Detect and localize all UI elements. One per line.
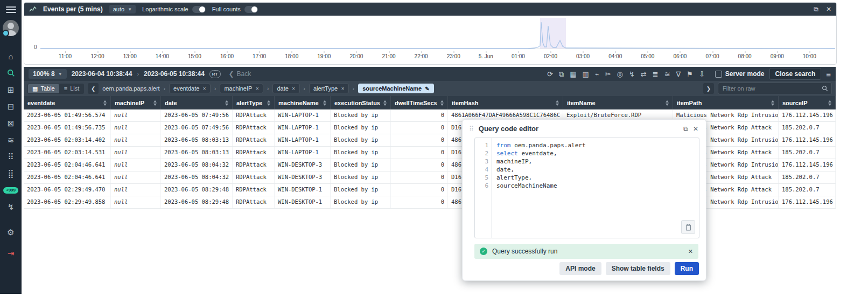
chart-plot-area[interactable]: 0 11:0012:0013:0014:0015:0016:0017:0018:… xyxy=(24,16,836,63)
stream-icon[interactable]: ≋ xyxy=(664,71,670,78)
full-counts-toggle[interactable] xyxy=(244,6,258,13)
table-row[interactable]: 2023-06-05 01:49:56.574null2023-06-05 07… xyxy=(24,109,836,122)
grid-icon[interactable]: ⠿ xyxy=(0,148,22,165)
sort-icon[interactable] xyxy=(383,100,387,106)
flag-icon[interactable]: ⚑ xyxy=(687,71,693,78)
sliders-icon[interactable]: ≋ xyxy=(0,132,22,148)
raw-filter-input[interactable] xyxy=(722,85,819,92)
target-icon[interactable]: ◎ xyxy=(617,71,623,78)
flash-icon[interactable]: ↯ xyxy=(0,198,22,215)
history-icon[interactable]: ⟳ xyxy=(547,71,553,78)
view-mode-list[interactable]: ≡ List xyxy=(60,84,84,93)
rows-icon[interactable]: ≣ xyxy=(653,71,659,78)
column-header-itemPath[interactable]: itemPath xyxy=(673,96,779,109)
filter-chip[interactable]: machineIP✕ xyxy=(220,84,263,93)
table-icon[interactable]: ▦ xyxy=(570,71,576,78)
copy-to-clipboard-button[interactable] xyxy=(681,220,695,234)
close-search-button[interactable]: Close search xyxy=(769,68,822,80)
sort-icon[interactable] xyxy=(828,100,831,106)
time-range-from[interactable]: 2023-06-04 10:38:44 xyxy=(72,70,132,78)
sort-icon[interactable] xyxy=(440,100,444,106)
package-icon-1[interactable]: ⊞ xyxy=(0,81,22,98)
table-row[interactable]: 2023-06-05 02:04:46.641null2023-06-05 08… xyxy=(24,171,836,184)
table-row[interactable]: 2023-06-05 02:03:14.531null2023-06-05 08… xyxy=(24,147,836,159)
code-editor[interactable]: 123456 from oem.panda.paps.alertselect e… xyxy=(474,138,699,238)
sort-icon[interactable] xyxy=(225,100,228,106)
cell-alertType: RDPAttack xyxy=(233,196,275,208)
terminal-icon[interactable]: ⌁ xyxy=(595,71,599,78)
notification-count-badge[interactable]: +999 xyxy=(0,182,22,198)
sort-icon[interactable] xyxy=(323,100,326,106)
logout-icon[interactable]: ⇥ xyxy=(0,245,22,262)
search-icon[interactable] xyxy=(0,65,22,81)
user-avatar[interactable] xyxy=(3,20,19,36)
column-header-eventdate[interactable]: eventdate xyxy=(24,96,111,109)
column-header-machineIP[interactable]: machineIP xyxy=(111,96,161,109)
package-icon-2[interactable]: ⊟ xyxy=(0,98,22,115)
server-mode-checkbox[interactable] xyxy=(715,71,722,78)
column-header-alertType[interactable]: alertType xyxy=(233,96,275,109)
filter-chip[interactable]: alertType✕ xyxy=(309,84,349,93)
swap-icon[interactable]: ⇄ xyxy=(641,71,647,78)
menu-icon[interactable]: ≡ xyxy=(826,70,831,79)
popout-icon[interactable]: ⧉ xyxy=(814,5,818,13)
home-icon[interactable]: ⌂ xyxy=(0,48,22,65)
filter-chip[interactable]: date✕ xyxy=(272,84,299,93)
chip-remove-icon[interactable]: ✕ xyxy=(255,86,259,91)
table-row[interactable]: 2023-06-05 02:03:14.402null2023-06-05 08… xyxy=(24,134,836,147)
show-table-fields-button[interactable]: Show table fields xyxy=(606,262,670,275)
time-range-to[interactable]: 2023-06-05 10:38:44 xyxy=(144,70,205,78)
column-header-dwellTimeSecs[interactable]: dwellTimeSecs xyxy=(391,96,448,109)
funnel-icon[interactable]: ∇ xyxy=(676,71,681,78)
server-mode-toggle[interactable]: Server mode xyxy=(715,70,765,78)
scroll-right-button[interactable]: ❯ xyxy=(703,83,714,94)
zoom-level-button[interactable]: 100% 8 ▼ xyxy=(29,69,67,79)
table-row[interactable]: 2023-06-05 02:29:49.470null2023-06-05 08… xyxy=(24,184,836,196)
chip-remove-icon[interactable]: ✕ xyxy=(292,86,296,91)
column-header-executionStatus[interactable]: executionStatus xyxy=(331,96,391,109)
column-header-date[interactable]: date xyxy=(161,96,233,109)
run-button[interactable]: Run xyxy=(675,262,699,275)
filter-chip-selected[interactable]: sourceMachineName✎ xyxy=(358,84,433,93)
sort-icon[interactable] xyxy=(103,100,107,106)
banner-close-icon[interactable]: ✕ xyxy=(688,248,693,255)
edit-icon[interactable]: ✎ xyxy=(425,86,429,92)
download-icon[interactable]: ⇩ xyxy=(699,71,705,78)
flash-icon[interactable]: ↯ xyxy=(629,71,635,78)
chip-remove-icon[interactable]: ✕ xyxy=(341,86,345,91)
copy-icon[interactable]: ⧉ xyxy=(559,71,564,78)
table-row[interactable]: 2023-06-05 01:49:56.735null2023-06-05 07… xyxy=(24,122,836,134)
settings-icon[interactable]: ⚙ xyxy=(0,224,22,241)
view-mode-table[interactable]: ▦ Table xyxy=(28,84,59,93)
column-header-itemName[interactable]: itemName xyxy=(563,96,673,109)
sort-icon[interactable] xyxy=(267,100,270,106)
close-icon[interactable]: ✕ xyxy=(826,5,831,13)
scroll-left-button[interactable]: ❮ xyxy=(88,83,99,94)
breadcrumb-source[interactable]: oem.panda.paps.alert xyxy=(102,85,159,92)
api-mode-button[interactable]: API mode xyxy=(559,262,601,275)
sort-icon[interactable] xyxy=(556,100,559,106)
drag-handle-icon[interactable]: ⠿ xyxy=(469,125,474,133)
barcode-icon[interactable]: ▥ xyxy=(583,71,589,78)
column-header-sourceIP[interactable]: sourceIP xyxy=(779,96,836,109)
hamburger-menu-icon[interactable] xyxy=(6,5,16,15)
sort-icon[interactable] xyxy=(666,100,669,106)
back-button[interactable]: ❮ Back xyxy=(229,70,251,78)
realtime-badge[interactable]: RT xyxy=(209,70,221,78)
cut-icon[interactable]: ✂ xyxy=(605,71,611,78)
column-header-itemHash[interactable]: itemHash xyxy=(448,96,563,109)
filter-chip[interactable]: eventdate✕ xyxy=(169,84,211,93)
close-icon[interactable]: ✕ xyxy=(693,125,698,133)
table-row[interactable]: 2023-06-05 02:29:49.858null2023-06-05 08… xyxy=(24,196,836,209)
chip-remove-icon[interactable]: ✕ xyxy=(202,86,206,91)
apps-icon[interactable]: ⣿ xyxy=(0,165,22,182)
table-row[interactable]: 2023-06-05 02:04:46.641null2023-06-05 08… xyxy=(24,159,836,171)
sort-icon[interactable] xyxy=(153,100,157,106)
package-icon-3[interactable]: ⊠ xyxy=(0,115,22,132)
log-scale-toggle[interactable] xyxy=(192,6,206,13)
code-area[interactable]: from oem.panda.paps.alertselect eventdat… xyxy=(492,138,699,238)
popout-icon[interactable]: ⧉ xyxy=(683,125,688,133)
sort-icon[interactable] xyxy=(771,100,774,106)
column-header-machineName[interactable]: machineName xyxy=(275,96,331,109)
interval-select[interactable]: auto ▼ xyxy=(109,5,136,13)
